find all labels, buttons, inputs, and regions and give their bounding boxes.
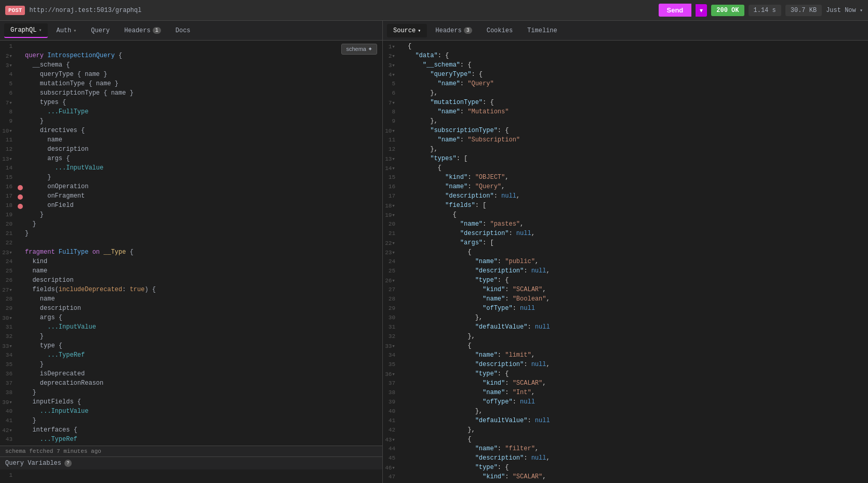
code-line: 30 }, [383, 314, 868, 323]
tab-query[interactable]: Query [85, 24, 116, 37]
code-line: 11 name [0, 136, 382, 146]
code-line: 17 "description": null, [383, 192, 868, 202]
tab-headers[interactable]: Headers 1 [118, 24, 167, 37]
code-line: 8 "name": "Mutations" [383, 108, 868, 118]
code-line: 18▾ "fields": [ [383, 202, 868, 211]
tab-headers-response[interactable]: Headers 3 [429, 24, 478, 37]
code-line: 12 }, [383, 146, 868, 155]
code-line: 38 } [0, 389, 382, 398]
code-line: 39▾ inputFields { [0, 398, 382, 408]
code-line: 1 [0, 43, 382, 52]
left-panel: GraphQL ▾ Auth ▾ Query Headers 1 Docs sc… [0, 21, 383, 483]
tab-auth[interactable]: Auth ▾ [50, 24, 83, 37]
code-line: 6 subscriptionType { name } [0, 89, 382, 99]
code-line: 38 "name": "Int", [383, 389, 868, 398]
code-line: 15 } [0, 174, 382, 183]
time-stat: 1.14 s [749, 5, 781, 16]
code-line: 1 [0, 472, 382, 481]
code-line: 4▾ "queryType": { [383, 71, 868, 80]
schema-button[interactable]: schema ✦ [341, 44, 377, 55]
code-line: 28 name [0, 295, 382, 305]
code-line: 40 }, [383, 408, 868, 417]
code-line: 12 description [0, 146, 382, 155]
response-viewer[interactable]: 1▾ { 2▾ "data": { 3▾ "__schema": { 4▾ "q… [383, 41, 868, 483]
code-line: 3▾ "__schema": { [383, 61, 868, 71]
code-line: 16 "name": "Query", [383, 183, 868, 192]
code-line: 46▾ "type": { [383, 464, 868, 473]
method-badge: POST [5, 6, 25, 15]
breakpoint-indicator [18, 185, 23, 190]
timestamp-display[interactable]: Just Now ▾ [826, 7, 863, 14]
code-line: 14▾ { [383, 164, 868, 174]
tab-graphql[interactable]: GraphQL ▾ [4, 23, 48, 38]
code-line: 10▾ "subscriptionType": { [383, 127, 868, 136]
timestamp-dropdown-icon: ▾ [860, 8, 863, 14]
code-line: 27▾ fields(includeDeprecated: true) { [0, 286, 382, 295]
code-line: 31 "defaultValue": null [383, 323, 868, 333]
code-line: 11 "name": "Subscription" [383, 136, 868, 146]
code-line: 43 ...TypeRef [0, 436, 382, 445]
status-bar: schema fetched 7 minutes ago [0, 446, 382, 456]
code-line: 17 onFragment [0, 192, 382, 202]
code-line: 20 } [0, 220, 382, 230]
code-line: 31 ...InputValue [0, 323, 382, 333]
tab-docs[interactable]: Docs [169, 24, 197, 37]
tab-timeline[interactable]: Timeline [521, 24, 564, 37]
code-line: 25 name [0, 267, 382, 277]
code-line: 23▾ { [383, 249, 868, 258]
query-vars-help-icon: ? [64, 460, 72, 467]
code-line: 40 ...InputValue [0, 408, 382, 417]
code-line: 4 queryType { name } [0, 71, 382, 80]
right-panel: Source ▾ Headers 3 Cookies Timeline 1▾ {… [383, 21, 868, 483]
code-line: 45 "description": null, [383, 454, 868, 464]
code-line: 30▾ args { [0, 314, 382, 323]
tab-source[interactable]: Source ▾ [387, 24, 427, 37]
breakpoint-indicator [18, 204, 23, 209]
headers-badge: 1 [153, 27, 161, 34]
query-vars-label: Query Variables [5, 460, 61, 467]
code-line: 28 "name": "Boolean", [383, 295, 868, 305]
send-dropdown-button[interactable]: ▾ [696, 4, 707, 17]
code-line: 25 "description": null, [383, 267, 868, 277]
code-line: 33▾ type { [0, 342, 382, 351]
right-tab-bar: Source ▾ Headers 3 Cookies Timeline [383, 21, 868, 41]
code-line: 44 "name": "filter", [383, 445, 868, 454]
size-stat: 30.7 KB [785, 5, 822, 16]
code-line: 47 "kind": "SCALAR", [383, 473, 868, 482]
code-line: 9 }, [383, 118, 868, 127]
breakpoint-indicator [18, 194, 23, 200]
code-line: 2▾ "data": { [383, 52, 868, 61]
code-line: 24 kind [0, 258, 382, 267]
query-editor[interactable]: schema ✦ 1 2▾ query IntrospectionQuery {… [0, 41, 382, 446]
status-badge: 200 OK [711, 5, 744, 16]
code-line: 24 "name": "public", [383, 258, 868, 267]
code-line: 7▾ types { [0, 99, 382, 108]
code-line: 37 deprecationReason [0, 380, 382, 389]
code-line: 13▾ "types": [ [383, 155, 868, 164]
code-line: 35 } [0, 361, 382, 370]
code-line: 19 } [0, 211, 382, 220]
code-line: 34 "name": "limit", [383, 351, 868, 361]
code-line: 21 "description": null, [383, 230, 868, 239]
left-tab-bar: GraphQL ▾ Auth ▾ Query Headers 1 Docs [0, 21, 382, 41]
auth-tab-arrow: ▾ [73, 28, 76, 34]
url-display: http://noraj.test:5013/graphql [29, 7, 654, 14]
code-line: 14 ...InputValue [0, 164, 382, 174]
query-variables-editor[interactable]: 1 [0, 469, 382, 483]
code-line: 44 } [0, 445, 382, 446]
code-line: 6 }, [383, 89, 868, 99]
tab-cookies[interactable]: Cookies [480, 24, 519, 37]
code-line: 41 } [0, 417, 382, 426]
code-line: 1▾ { [383, 43, 868, 52]
send-button[interactable]: Send [659, 4, 692, 17]
code-line: 23▾ fragment FullType on __Type { [0, 249, 382, 258]
code-line: 42 }, [383, 426, 868, 436]
code-line: 26 description [0, 277, 382, 286]
code-line: 5 "name": "Query" [383, 80, 868, 89]
code-line: 43▾ { [383, 436, 868, 445]
code-line: 3▾ __schema { [0, 61, 382, 71]
code-line: 41 "defaultValue": null [383, 417, 868, 426]
code-line: 7▾ "mutationType": { [383, 99, 868, 108]
query-variables-bar[interactable]: Query Variables ? [0, 456, 382, 469]
code-line: 13▾ args { [0, 155, 382, 164]
